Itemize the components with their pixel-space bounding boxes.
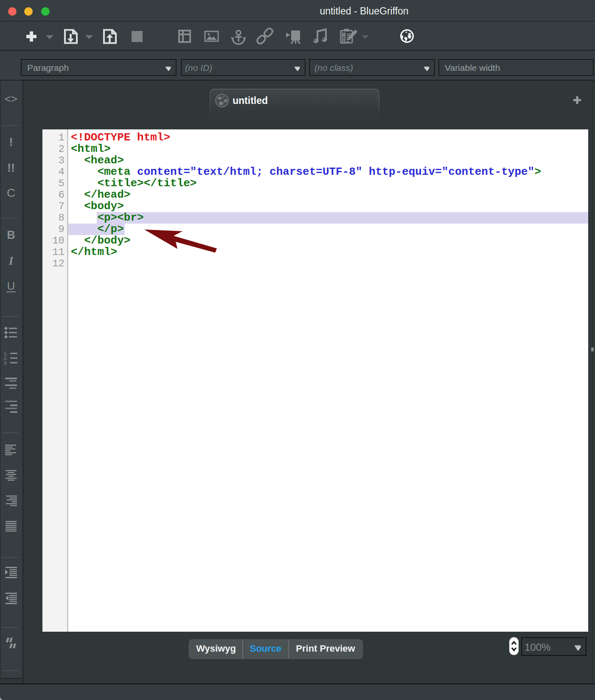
- svg-text:3.: 3.: [4, 360, 8, 365]
- svg-text:B: B: [7, 229, 15, 241]
- svg-text:C: C: [7, 186, 15, 199]
- svg-text:!!: !!: [7, 162, 15, 174]
- svg-text:U: U: [7, 280, 15, 292]
- svg-text:<>: <>: [5, 92, 17, 105]
- svg-text:!: !: [9, 136, 13, 148]
- svg-text:I: I: [8, 255, 14, 267]
